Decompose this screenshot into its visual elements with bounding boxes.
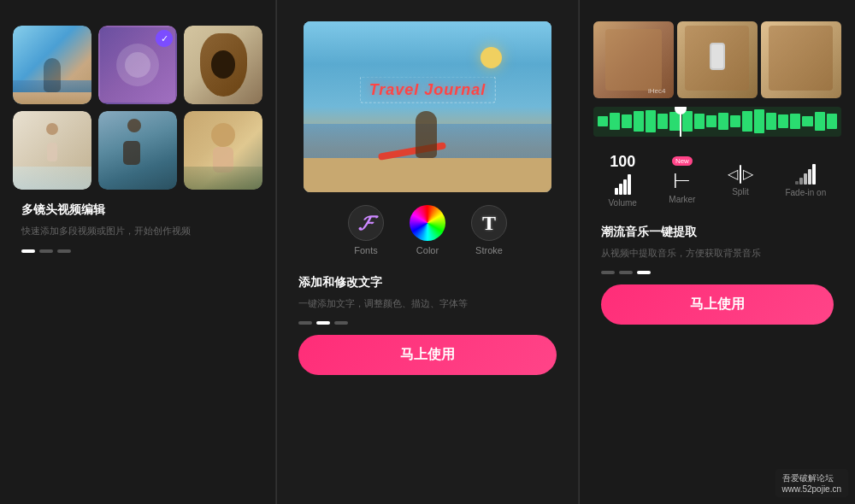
watermark-line2: www.52pojie.cn [782,484,841,494]
fonts-label: Fonts [354,245,378,255]
panel-music: iHec4 [580,0,855,504]
panel-1-desc: 快速添加多段视频或图片，开始创作视频 [21,225,254,237]
stroke-label: Stroke [475,245,503,255]
waveform-bar [790,114,800,130]
volume-value: 100 [610,153,635,171]
tool-color[interactable]: Color [410,205,445,255]
waveform [593,107,841,137]
marker-icon: ⊢ [673,171,691,191]
tool-stroke[interactable]: T Stroke [471,205,507,255]
waveform-bar [827,114,837,128]
cta-container-3: 马上使用 [593,284,842,337]
dot-3-2 [619,271,633,274]
panel-3-desc: 从视频中提取音乐，方便获取背景音乐 [601,247,834,260]
panel-2-dots [298,321,556,325]
waveform-bar [802,116,812,126]
waveform-bar [754,109,764,133]
tool-fonts[interactable]: 𝓕 Fonts [348,205,384,255]
waveform-bar [646,110,656,132]
waveform-bar [694,114,705,128]
waveform-bar [682,111,693,132]
dot-2-1 [298,321,312,325]
dot-3-1 [601,271,615,274]
waveform-bar [742,111,752,131]
cta-button-2[interactable]: 马上使用 [298,335,556,375]
color-label: Color [416,245,439,255]
playhead [680,107,681,137]
waveform-bar [669,112,680,131]
dot-2-active [316,321,330,325]
cta-container-2: 马上使用 [290,335,564,388]
fade-label: Fade-in on [785,188,826,197]
waveform-bar [622,114,632,128]
marker-label: Marker [669,195,695,204]
fade-icon [795,164,816,185]
dot-3-active [637,271,651,274]
waveform-bar [634,111,644,131]
timeline-strip [593,100,841,143]
waveform-bar [598,116,608,126]
watermark-line1: 吾爱破解论坛 [782,472,841,484]
dot-1-2 [39,249,53,253]
photo-cell-white[interactable] [13,111,91,190]
split-label: Split [732,187,748,196]
photo-cell-purple[interactable]: ✓ [98,26,177,104]
panel-1-bottom: 多镜头视频编辑 快速添加多段视频或图片，开始创作视频 [13,190,262,262]
panel-2-bottom: 添加和修改文字 一键添加文字，调整颜色、描边、字体等 [290,262,564,335]
panel-2-desc: 一键添加文字，调整颜色、描边、字体等 [298,297,556,310]
panel-text-editor: Travel Journal 𝓕 Fonts Color T [277,0,578,504]
dot-1-active [21,249,35,253]
waveform-bars [593,107,841,137]
dot-2-3 [334,321,348,325]
volume-icon [615,174,631,195]
stroke-icon: T [471,205,507,241]
music-preview: iHec4 [593,21,841,143]
photo-cell-guitar[interactable] [184,26,262,104]
new-badge: New [672,156,693,166]
waveform-bar [815,112,825,131]
ctrl-split: ◁ ▷ Split [728,165,753,196]
waveform-bar [706,115,716,128]
music-photo-3 [761,21,841,98]
waveform-bar [610,113,620,130]
travel-journal-text: Travel Journal [360,77,496,103]
panel-3-dots [601,271,834,274]
color-icon [410,205,445,241]
photo-cell-backpack[interactable] [98,111,177,190]
toolbar-icons: 𝓕 Fonts Color T Stroke [290,192,564,262]
split-icon: ◁ ▷ [728,165,753,184]
watermark: 吾爱破解论坛 www.52pojie.cn [775,469,848,497]
panel-2-title: 添加和修改文字 [298,275,556,290]
waveform-bar [718,113,728,130]
panel-1-title: 多镜头视频编辑 [21,202,254,218]
volume-label: Volume [608,198,636,208]
main-content: ✓ [0,0,855,504]
panel-3-bottom: 潮流音乐一键提取 从视频中提取音乐，方便获取背景音乐 [593,212,842,284]
ctrl-volume: 100 Volume [608,153,636,208]
panel-multi-camera: ✓ [0,0,276,504]
waveform-bar [730,115,740,126]
panel-1-dots [21,249,254,253]
photo-cell-selfie[interactable] [184,111,262,190]
music-photo-1: iHec4 [593,21,674,98]
ctrl-fade: Fade-in on [785,164,826,197]
waveform-bar [766,113,776,130]
fonts-icon: 𝓕 [348,205,384,241]
waveform-bar [778,114,788,128]
dot-1-3 [57,249,71,253]
panel-3-title: 潮流音乐一键提取 [601,225,834,240]
photo-grid: ✓ [13,26,262,190]
waveform-bar [657,114,668,130]
preview-image: Travel Journal [304,21,551,192]
ctrl-marker: New ⊢ Marker [669,156,695,204]
photo-cell-beach[interactable] [13,26,91,104]
cta-button-3[interactable]: 马上使用 [601,284,834,325]
phone-preview: Travel Journal [304,21,551,192]
music-controls: 100 Volume New ⊢ Marker ◁ [593,143,842,212]
